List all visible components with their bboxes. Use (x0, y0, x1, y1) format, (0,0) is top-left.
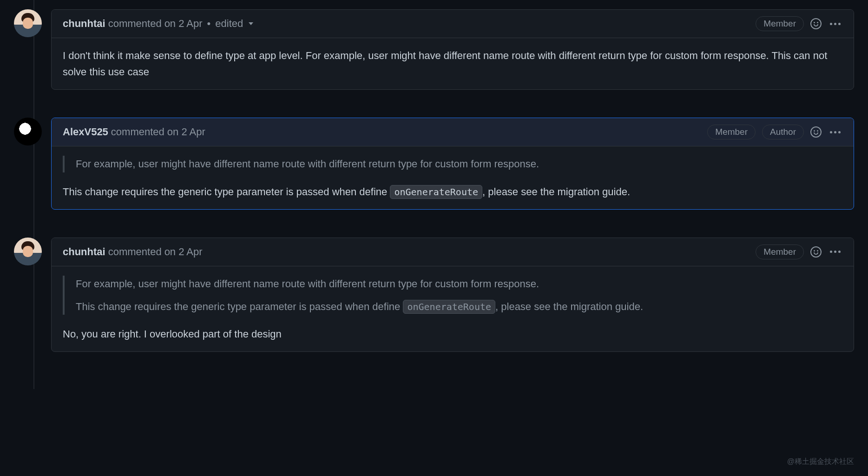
kebab-menu-button[interactable] (828, 251, 842, 253)
comment-body: I don't think it make sense to define ty… (52, 38, 854, 89)
member-badge: Member (756, 245, 804, 259)
comment-text: No, you are right. I overlooked part of … (63, 326, 842, 342)
author-badge: Author (762, 125, 804, 139)
quote-block: For example, user might have different n… (63, 156, 842, 172)
quote-text: For example, user might have different n… (76, 156, 842, 172)
commented-text: commented (111, 126, 164, 138)
comment-header-right: Member (756, 16, 842, 31)
quote-block: For example, user might have different n… (63, 276, 842, 315)
avatar[interactable] (14, 238, 42, 265)
username-link[interactable]: AlexV525 (63, 126, 108, 138)
code-inline: onGenerateRoute (403, 300, 495, 314)
kebab-menu-button[interactable] (828, 131, 842, 133)
comment-header-left: AlexV525 commented on 2 Apr (63, 126, 205, 138)
comment-body: For example, user might have different n… (52, 266, 854, 352)
kebab-menu-button[interactable] (828, 23, 842, 25)
avatar[interactable] (14, 9, 42, 37)
comment-header: chunhtai commented on 2 Apr Member (52, 238, 854, 266)
comment-header-left: chunhtai commented on 2 Apr (63, 246, 203, 258)
code-inline: onGenerateRoute (390, 185, 482, 199)
comment-box: chunhtai commented on 2 Apr Member For e… (51, 238, 854, 352)
comment-box: AlexV525 commented on 2 Apr Member Autho… (51, 118, 854, 209)
separator-dot: • (207, 18, 211, 30)
emoji-reaction-button[interactable] (810, 126, 822, 138)
comment-header-right: Member Author (707, 125, 842, 139)
comment-date[interactable]: on 2 Apr (164, 18, 203, 30)
comment-item: chunhtai commented on 2 Apr Member For e… (0, 238, 868, 352)
comment-text: This change requires the generic type pa… (63, 184, 842, 200)
comment-date[interactable]: on 2 Apr (167, 126, 205, 138)
comment-header-left: chunhtai commented on 2 Apr • edited (63, 18, 253, 30)
edited-label[interactable]: edited (215, 18, 243, 30)
comment-body: For example, user might have different n… (52, 146, 854, 209)
emoji-reaction-button[interactable] (810, 18, 822, 29)
commented-text: commented (108, 18, 162, 30)
avatar[interactable] (14, 118, 42, 145)
commented-text: commented (108, 246, 162, 258)
comment-item: chunhtai commented on 2 Apr • edited Mem… (0, 9, 868, 90)
comment-box: chunhtai commented on 2 Apr • edited Mem… (51, 9, 854, 90)
comment-header: chunhtai commented on 2 Apr • edited Mem… (52, 10, 854, 38)
comment-date[interactable]: on 2 Apr (164, 246, 203, 258)
comment-header-right: Member (756, 245, 842, 259)
chevron-down-icon[interactable] (249, 22, 253, 25)
quote-text: For example, user might have different n… (76, 276, 842, 292)
member-badge: Member (707, 125, 756, 139)
member-badge: Member (756, 16, 804, 31)
username-link[interactable]: chunhtai (63, 18, 105, 30)
comment-item: AlexV525 commented on 2 Apr Member Autho… (0, 118, 868, 209)
emoji-reaction-button[interactable] (810, 246, 822, 258)
username-link[interactable]: chunhtai (63, 246, 105, 258)
comment-text: I don't think it make sense to define ty… (63, 47, 842, 80)
quote-text: This change requires the generic type pa… (76, 298, 842, 315)
comment-header: AlexV525 commented on 2 Apr Member Autho… (52, 118, 854, 146)
